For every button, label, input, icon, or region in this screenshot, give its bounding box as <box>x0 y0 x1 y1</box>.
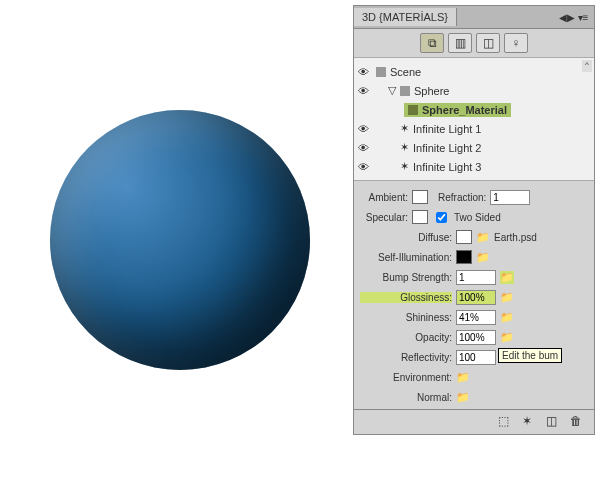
opacity-input[interactable] <box>456 330 496 345</box>
env-label: Environment: <box>360 372 452 383</box>
shine-label: Shininess: <box>360 312 452 323</box>
tree-label: Infinite Light 2 <box>413 142 482 154</box>
diffuse-label: Diffuse: <box>360 232 452 243</box>
toggle-icon[interactable]: ⬚ <box>498 414 516 430</box>
tooltip: Edit the bum <box>498 348 562 363</box>
filter-light-icon[interactable]: ♀ <box>504 33 528 53</box>
eye-icon[interactable]: 👁 <box>358 142 372 154</box>
disclosure-icon[interactable]: ▽ <box>388 84 396 97</box>
diffuse-file: Earth.psd <box>494 232 537 243</box>
opacity-label: Opacity: <box>360 332 452 343</box>
refraction-input[interactable] <box>490 190 530 205</box>
properties: Ambient:Refraction: Specular:Two Sided D… <box>354 181 594 409</box>
scene-tree: ^ 👁Scene 👁▽Sphere Sphere_Material 👁✶Infi… <box>354 58 594 181</box>
bump-label: Bump Strength: <box>360 272 452 283</box>
selfillum-label: Self-Illumination: <box>360 252 452 263</box>
tree-row-light[interactable]: 👁✶Infinite Light 1 <box>358 119 590 138</box>
gloss-input[interactable] <box>456 290 496 305</box>
tree-row-scene[interactable]: 👁Scene <box>358 62 590 81</box>
folder-icon[interactable]: 📁 <box>500 331 514 344</box>
light-icon: ✶ <box>400 160 409 173</box>
specular-swatch[interactable] <box>412 210 428 224</box>
panel-title-tab[interactable]: 3D {MATERİALS} <box>354 8 457 26</box>
reflect-input[interactable] <box>456 350 496 365</box>
folder-icon[interactable]: 📁 <box>500 291 514 304</box>
light-new-icon[interactable]: ✶ <box>522 414 540 430</box>
eye-icon[interactable]: 👁 <box>358 161 372 173</box>
tree-row-light[interactable]: 👁✶Infinite Light 2 <box>358 138 590 157</box>
diffuse-swatch[interactable] <box>456 230 472 244</box>
shine-input[interactable] <box>456 310 496 325</box>
tree-label: Infinite Light 3 <box>413 161 482 173</box>
selfillum-swatch[interactable] <box>456 250 472 264</box>
tree-label: Scene <box>390 66 421 78</box>
twosided-checkbox[interactable] <box>436 212 447 223</box>
folder-icon[interactable]: 📁 <box>476 231 490 244</box>
eye-icon[interactable]: 👁 <box>358 85 372 97</box>
tree-label: Infinite Light 1 <box>413 123 482 135</box>
folder-icon[interactable]: 📁 <box>500 271 514 284</box>
ambient-label: Ambient: <box>360 192 408 203</box>
filter-scene-icon[interactable]: ⧉ <box>420 33 444 53</box>
ambient-swatch[interactable] <box>412 190 428 204</box>
refraction-label: Refraction: <box>438 192 486 203</box>
filter-bar: ⧉ ▥ ◫ ♀ <box>354 29 594 58</box>
menu-icon[interactable]: ▾≡ <box>576 10 590 24</box>
tree-label: Sphere <box>414 85 449 97</box>
specular-label: Specular: <box>360 212 408 223</box>
folder-icon[interactable]: 📁 <box>456 371 470 384</box>
material-icon <box>408 105 418 115</box>
tree-label-selected: Sphere_Material <box>422 104 507 116</box>
scroll-up-icon[interactable]: ^ <box>582 60 592 72</box>
normal-label: Normal: <box>360 392 452 403</box>
gloss-label: Glossiness: <box>360 292 452 303</box>
tree-row-sphere[interactable]: 👁▽Sphere <box>358 81 590 100</box>
reflect-label: Reflectivity: <box>360 352 452 363</box>
scene-icon <box>376 67 386 77</box>
collapse-icon[interactable]: ◀▶ <box>560 10 574 24</box>
mesh-icon <box>400 86 410 96</box>
panel-tabbar: 3D {MATERİALS} ◀▶ ▾≡ <box>354 6 594 29</box>
twosided-label: Two Sided <box>454 212 501 223</box>
bump-input[interactable] <box>456 270 496 285</box>
folder-icon[interactable]: 📁 <box>476 251 490 264</box>
tree-row-material[interactable]: Sphere_Material <box>358 100 590 119</box>
eye-icon[interactable]: 👁 <box>358 123 372 135</box>
footer-bar: ⬚ ✶ ◫ 🗑 <box>354 409 594 434</box>
delete-icon[interactable]: 🗑 <box>570 414 588 430</box>
folder-icon[interactable]: 📁 <box>456 391 470 404</box>
earth-preview <box>50 110 310 370</box>
eye-icon[interactable]: 👁 <box>358 66 372 78</box>
new-icon[interactable]: ◫ <box>546 414 564 430</box>
filter-material-icon[interactable]: ◫ <box>476 33 500 53</box>
3d-materials-panel: 3D {MATERİALS} ◀▶ ▾≡ ⧉ ▥ ◫ ♀ ^ 👁Scene 👁▽… <box>353 5 595 435</box>
light-icon: ✶ <box>400 122 409 135</box>
tree-row-light[interactable]: 👁✶Infinite Light 3 <box>358 157 590 176</box>
filter-mesh-icon[interactable]: ▥ <box>448 33 472 53</box>
folder-icon[interactable]: 📁 <box>500 311 514 324</box>
light-icon: ✶ <box>400 141 409 154</box>
